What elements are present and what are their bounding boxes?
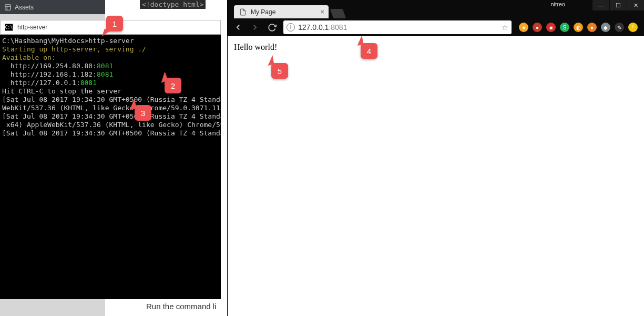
cmd-hit: Hit CTRL-C to stop the server [2, 87, 121, 95]
address-bar[interactable]: i 127.0.0.1:8081 ☆ [283, 20, 512, 34]
ghostery-icon[interactable]: ◐ [574, 23, 583, 32]
terminal-output[interactable]: C:\Hashbang\MyHtdocs>http-server Startin… [0, 35, 221, 299]
browser-window: nitreo — ☐ ✕ My Page × [227, 0, 644, 316]
cmd-command: http-server [88, 37, 134, 45]
annotation-5: 5 [271, 63, 288, 79]
window-minimize-button[interactable]: — [592, 0, 609, 10]
browser-profile-name[interactable]: nitreo [550, 1, 565, 7]
bookmark-star-icon[interactable]: ☆ [502, 23, 508, 31]
browser-tab[interactable]: My Page × [234, 5, 329, 18]
new-tab-button[interactable] [330, 9, 346, 18]
annotation-2: 2 [165, 78, 181, 93]
page-icon [239, 8, 247, 16]
cmd-log-1: WebKit/537.36 (KHTML, like Gecko) Chrome… [2, 104, 221, 112]
adblock-icon[interactable]: ● [587, 23, 597, 32]
cmd-url-1: http://192.168.1.182:8081 [2, 70, 113, 78]
article-text-fragment: Run the command li [146, 302, 216, 311]
annotation-3: 3 [135, 105, 151, 121]
cmd-icon: C:\ [5, 24, 13, 31]
brave-icon[interactable]: ◆ [601, 23, 610, 32]
forward-button[interactable] [248, 20, 262, 35]
cmd-url-0: http://169.254.80.80:8081 [2, 62, 113, 70]
ide-panel-title: Assets [15, 4, 34, 11]
lastpass-icon[interactable]: ■ [546, 23, 556, 32]
code-doctype-line: <!doctype html> [140, 0, 206, 9]
hello-world-text: Hello world! [234, 43, 277, 51]
cmd-available: Available on: [2, 54, 56, 61]
cmd-starting: Starting up http-server, serving ./ [2, 45, 146, 53]
page-content: Hello world! [228, 36, 644, 316]
tab-close-icon[interactable]: × [320, 8, 324, 16]
ublock-icon[interactable]: ● [533, 23, 542, 32]
cmd-log-0: [Sat Jul 08 2017 19:34:30 GMT+0500 (Russ… [2, 96, 221, 103]
cmd-url-2: http://127.0.0.1:8081 [2, 79, 97, 87]
site-info-icon[interactable]: i [287, 23, 295, 31]
cmd-log-3: x64) AppleWebKit/537.36 (KHTML, like Gec… [2, 121, 221, 129]
cmd-log-2: [Sat Jul 08 2017 19:34:30 GMT+0500 (Russ… [2, 112, 221, 120]
svg-rect-0 [5, 4, 11, 10]
cmd-log-4: [Sat Jul 08 2017 19:34:30 GMT+0500 (Russ… [2, 129, 221, 137]
terminal-title: http-server [17, 24, 47, 31]
url-text: 127.0.0.1:8081 [298, 23, 347, 31]
grammarly-icon[interactable]: S [560, 23, 569, 32]
annotation-4: 4 [361, 43, 377, 59]
ide-assets-panel: Assets [0, 0, 105, 14]
reload-button[interactable] [264, 20, 279, 35]
annotation-1: 1 [106, 16, 123, 31]
edit-icon[interactable]: ✎ [615, 23, 624, 32]
browser-tabstrip: nitreo — ☐ ✕ My Page × [228, 0, 644, 18]
back-button[interactable] [231, 20, 246, 35]
tab-title: My Page [251, 8, 275, 16]
window-maximize-button[interactable]: ☐ [610, 0, 627, 10]
cmd-prompt: C:\Hashbang\MyHtdocs> [2, 37, 88, 45]
extension-icons: ★●■S◐●◆✎! [516, 23, 641, 32]
browser-toolbar: i 127.0.0.1:8081 ☆ ★●■S◐●◆✎! [228, 18, 644, 36]
fav-star-icon[interactable]: ★ [519, 23, 528, 32]
warn-icon[interactable]: ! [628, 23, 638, 32]
window-close-button[interactable]: ✕ [627, 0, 644, 10]
terminal-window: C:\ http-server C:\Hashbang\MyHtdocs>htt… [0, 20, 221, 299]
